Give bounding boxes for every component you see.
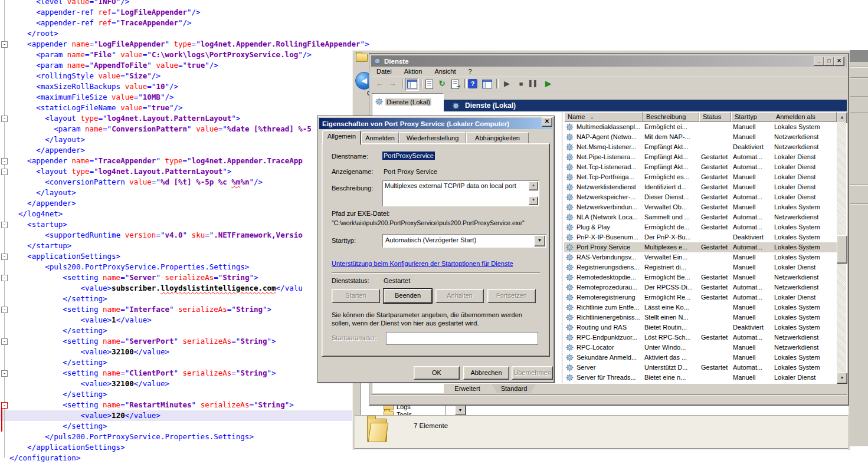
- table-row[interactable]: PnP-X-IP-Busenum...Der PnP-X-Bu...Deakti…: [564, 232, 837, 242]
- table-row[interactable]: RPC-LocatorUnter Windo...ManuellNetzwerk…: [564, 343, 837, 353]
- dropdown[interactable]: ▼: [445, 405, 466, 416]
- menu-aktion[interactable]: Aktion: [399, 68, 428, 75]
- column-header-starttyp[interactable]: Starttyp: [731, 112, 772, 122]
- scrollbar-thumb[interactable]: [837, 235, 847, 264]
- table-row[interactable]: Multimediaklassenpl...Ermöglicht ei...Ma…: [564, 122, 837, 132]
- cell-beschreibung: Registriert di...: [644, 262, 699, 272]
- fold-marker[interactable]: -: [1, 254, 8, 260]
- restart-service-icon[interactable]: ▶: [543, 79, 553, 88]
- table-row[interactable]: ServerUnterstützt D...GestartetAutomat..…: [564, 363, 837, 373]
- ok-button[interactable]: OK: [414, 366, 460, 380]
- scroll-up-icon[interactable]: ▲: [529, 182, 538, 190]
- cell-name: Server: [577, 363, 643, 373]
- table-row[interactable]: Routing und RASBietet Routin...Deaktivie…: [564, 323, 837, 333]
- tab-abhaengigkeiten[interactable]: Abhängigkeiten: [466, 132, 529, 144]
- fold-marker[interactable]: -: [1, 41, 8, 48]
- table-row[interactable]: NAP-Agent (Netwo...Mit dem NAP-...Manuel…: [564, 132, 837, 142]
- pause-button[interactable]: Anhalten: [435, 289, 484, 303]
- tab-allgemein[interactable]: Allgemein: [322, 130, 361, 145]
- cell-name: Netzwerklistendienst: [577, 182, 643, 192]
- column-header-beschreibung[interactable]: Beschreibung: [643, 112, 699, 122]
- table-row[interactable]: RemoteregistrierungErmöglicht Re...Gesta…: [564, 292, 837, 302]
- pause-service-icon[interactable]: ▌▌: [529, 79, 539, 88]
- cancel-button[interactable]: Abbrechen: [463, 366, 509, 380]
- table-row[interactable]: Net.Pipe-Listenera...Empfängt Akt...Gest…: [564, 152, 837, 162]
- close-button[interactable]: ✕: [542, 117, 552, 127]
- pane-splitter[interactable]: [562, 112, 562, 383]
- startup-type-select[interactable]: Automatisch (Verzögerter Start) ▼: [382, 234, 546, 248]
- back-icon[interactable]: ←: [375, 79, 384, 88]
- table-row[interactable]: Netzwerkspeicher-...Dieser Dienst...Gest…: [564, 192, 837, 202]
- resume-button[interactable]: Fortsetzen: [487, 289, 536, 303]
- cell-name: Netzwerkspeicher-...: [577, 192, 643, 202]
- table-row[interactable]: Net.Tcp-Listenerad...Empfängt Akt...Gest…: [564, 162, 837, 172]
- apply-button[interactable]: Übernehmen: [512, 366, 553, 380]
- close-button[interactable]: ✕: [834, 57, 844, 66]
- stop-button[interactable]: Beenden: [384, 289, 432, 303]
- fold-marker[interactable]: -: [1, 275, 8, 281]
- table-row[interactable]: Richtlinienergebniss...Stellt einen N...…: [564, 312, 837, 323]
- stop-service-icon[interactable]: ■: [516, 79, 526, 88]
- service-name-value[interactable]: PortProxyService: [382, 152, 435, 160]
- fold-marker[interactable]: -: [1, 338, 8, 345]
- table-row[interactable]: Remotedesktopdie...Ermöglicht Be...Gesta…: [564, 272, 837, 282]
- menu-ansicht[interactable]: Ansicht: [429, 68, 461, 75]
- properties-icon[interactable]: [425, 80, 433, 89]
- table-row[interactable]: Richtlinie zum Entfe...Lässt eine Ko...M…: [564, 302, 837, 312]
- exe-path-label: Pfad zur EXE-Datei:: [332, 210, 389, 217]
- forward-icon[interactable]: →: [388, 79, 397, 88]
- start-service-icon[interactable]: ▶: [502, 79, 512, 88]
- fold-marker[interactable]: -: [1, 307, 8, 313]
- column-header-name[interactable]: Name▲: [564, 112, 643, 122]
- table-row[interactable]: Plug & PlayErmöglicht de...GestartetAuto…: [564, 222, 837, 232]
- table-row[interactable]: Server für Threads...Bietet eine n...Man…: [564, 373, 837, 383]
- scroll-down-icon[interactable]: ▼: [837, 373, 847, 384]
- startup-type-value: Automatisch (Verzögerter Start): [385, 236, 476, 243]
- cell-name: Plug & Play: [577, 222, 643, 232]
- fold-marker[interactable]: -: [1, 222, 8, 228]
- scrollbar[interactable]: ▲ ▼: [837, 112, 846, 383]
- table-row[interactable]: NetzwerklistendienstIdentifiziert d...Ge…: [564, 182, 837, 192]
- column-header-status[interactable]: Status: [699, 112, 731, 122]
- title-bar[interactable]: Dienste _ □ ✕: [371, 55, 847, 67]
- table-row[interactable]: Registrierungsdiens...Registriert di...M…: [564, 262, 837, 272]
- menu-help[interactable]: ?: [463, 68, 477, 75]
- fold-marker[interactable]: -: [1, 116, 8, 122]
- fold-marker[interactable]: -: [1, 402, 8, 409]
- cell-name: RPC-Endpunktzuor...: [577, 333, 643, 343]
- tab-anmelden[interactable]: Anmelden: [361, 132, 399, 144]
- fold-marker[interactable]: -: [1, 169, 8, 175]
- tree-item-dienste-lokal[interactable]: Dienste (Lokal): [375, 98, 431, 106]
- table-row[interactable]: NLA (Network Loca...Sammelt und ...Gesta…: [564, 212, 837, 222]
- refresh-icon[interactable]: ↻: [437, 79, 447, 88]
- scroll-down-icon[interactable]: ▼: [529, 196, 538, 205]
- start-params-input[interactable]: [386, 332, 538, 345]
- tab-page-allgemein: Dienstname: PortProxyService Anzeigename…: [322, 143, 550, 357]
- fold-marker[interactable]: -: [1, 158, 8, 164]
- table-row[interactable]: Sekundäre Anmeld...Aktiviert das ...Manu…: [564, 353, 837, 363]
- table-row[interactable]: Net.Msmq-Listener...Empfängt Akt...Deakt…: [564, 142, 837, 152]
- maximize-button[interactable]: □: [824, 57, 834, 66]
- dialog-title-bar[interactable]: Eigenschaften von Port Proxy Service (Lo…: [319, 118, 552, 129]
- table-row[interactable]: Net.Tcp-Portfreiga...Ermöglicht es...Ges…: [564, 172, 837, 182]
- table-row[interactable]: RAS-Verbindungsv...Verwaltet Ein...Manue…: [564, 252, 837, 262]
- tab-standard[interactable]: Standard: [492, 384, 536, 393]
- table-row[interactable]: Remoteprozedurau...Der RPCSS-Di...Gestar…: [564, 282, 837, 292]
- start-button[interactable]: Starten: [332, 289, 380, 303]
- minimize-button[interactable]: _: [814, 57, 824, 66]
- help-icon[interactable]: ?: [468, 79, 477, 88]
- table-row[interactable]: Port Proxy ServiceMultiplexes e...Gestar…: [564, 242, 837, 252]
- tab-wiederherstellung[interactable]: Wiederherstellung: [399, 132, 466, 144]
- table-row[interactable]: Netzwerkverbindun...Verwaltet Ob...Gesta…: [564, 202, 837, 212]
- tab-erweitert[interactable]: Erweitert: [444, 384, 491, 393]
- startup-options-help-link[interactable]: Unterstützung beim Konfigurieren der Sta…: [332, 260, 513, 267]
- fold-marker[interactable]: -: [1, 370, 8, 377]
- show-hide-console-tree-icon[interactable]: [482, 80, 492, 88]
- menu-datei[interactable]: Datei: [371, 68, 397, 75]
- cell-name: NLA (Network Loca...: [577, 212, 643, 222]
- description-field[interactable]: Multiplexes external TCP/IP data on loca…: [382, 180, 539, 206]
- column-header-anmelden-als[interactable]: Anmelden als: [772, 112, 837, 122]
- chevron-down-icon[interactable]: ▼: [455, 406, 466, 415]
- chevron-down-icon[interactable]: ▼: [534, 235, 545, 246]
- table-row[interactable]: RPC-Endpunktzuor...Löst RPC-Sch...Gestar…: [564, 333, 837, 343]
